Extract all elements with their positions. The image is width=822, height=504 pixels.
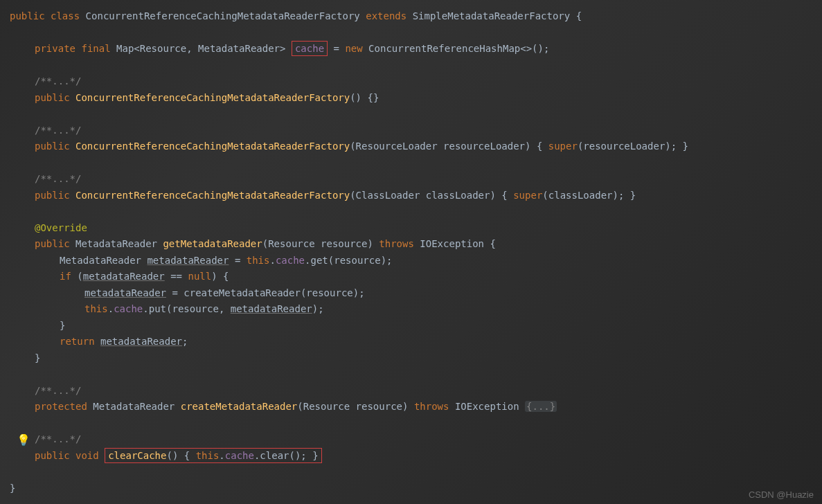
code-line xyxy=(10,106,822,123)
assign-call: = createMetadataReader(resource); xyxy=(166,287,365,298)
code-line: public ConcurrentReferenceCachingMetadat… xyxy=(10,188,822,204)
field-cache: cache xyxy=(225,450,254,461)
keyword-new: new xyxy=(345,43,362,54)
keyword-null: null xyxy=(188,271,211,282)
code-line: } xyxy=(10,318,822,334)
folded-comment[interactable]: /**...*/ xyxy=(35,75,81,87)
brace-close: } xyxy=(60,320,65,331)
code-line: /**...*/ xyxy=(10,73,822,90)
code-line: public ConcurrentReferenceCachingMetadat… xyxy=(10,90,822,107)
keyword-return: return xyxy=(60,336,95,347)
keyword-super: super xyxy=(513,190,542,201)
code-line: metadataReader = createMetadataReader(re… xyxy=(10,285,822,302)
code-line xyxy=(10,415,822,432)
method-call-end: .clear(); } xyxy=(254,450,319,461)
return-type: MetadataReader xyxy=(87,401,181,412)
folded-body[interactable]: {...} xyxy=(525,401,557,412)
var-type: MetadataReader xyxy=(60,255,147,266)
code-line xyxy=(10,366,822,383)
keyword-public: public xyxy=(35,141,70,152)
exception: IOException { xyxy=(414,238,496,249)
code-line: @Override xyxy=(10,220,822,237)
code-line: } xyxy=(10,350,822,367)
semicolon: ; xyxy=(182,336,188,347)
constructor: ConcurrentReferenceCachingMetadataReader… xyxy=(75,92,350,103)
code-line: if (metadataReader == null) { xyxy=(10,269,822,285)
annotation-override: @Override xyxy=(35,222,87,233)
paren-brace: () { xyxy=(166,450,195,461)
code-editor[interactable]: public class ConcurrentReferenceCachingM… xyxy=(0,0,822,496)
folded-comment[interactable]: /**...*/ xyxy=(35,433,81,444)
keyword-void: void xyxy=(75,450,99,461)
constructor: ConcurrentReferenceCachingMetadataReader… xyxy=(75,190,350,201)
local-var: metadataReader xyxy=(83,271,165,282)
ctor-end: (classLoader); } xyxy=(542,190,636,201)
keyword-class: class xyxy=(51,10,80,21)
method-params: (Resource resource) xyxy=(297,401,414,412)
folded-comment[interactable]: /**...*/ xyxy=(35,125,81,136)
ctor-params: (ClassLoader classLoader) { xyxy=(350,190,513,201)
keyword-private: private xyxy=(35,43,75,54)
code-line: return metadataReader; xyxy=(10,334,822,350)
constructor: ConcurrentReferenceCachingMetadataReader… xyxy=(75,141,350,152)
field-cache: cache xyxy=(276,255,305,266)
end: ); xyxy=(312,303,324,314)
code-line xyxy=(10,57,822,74)
ctor-call: ConcurrentReferenceHashMap<>(); xyxy=(363,43,550,54)
keyword-public: public xyxy=(35,238,70,249)
keyword-this: this xyxy=(247,255,270,266)
code-line: public void clearCache() { this.cache.cl… xyxy=(10,448,822,465)
dot: . xyxy=(219,450,224,461)
code-line xyxy=(10,204,822,220)
keyword-extends: extends xyxy=(366,10,406,21)
intention-bulb-icon[interactable]: 💡 xyxy=(17,432,30,449)
dot: . xyxy=(269,255,275,266)
keyword-throws: throws xyxy=(414,401,449,412)
code-line: this.cache.put(resource, metadataReader)… xyxy=(10,301,822,318)
ctor-end: (resourceLoader); } xyxy=(578,141,688,152)
highlighted-method-clearCache: clearCache() { this.cache.clear(); } xyxy=(105,448,321,463)
code-line: public ConcurrentReferenceCachingMetadat… xyxy=(10,138,822,155)
code-line: public class ConcurrentReferenceCachingM… xyxy=(10,8,822,25)
code-line xyxy=(10,464,822,480)
superclass: SimpleMetadataReaderFactory { xyxy=(413,10,582,21)
op-eq: == xyxy=(165,271,188,282)
method-name: createMetadataReader xyxy=(181,401,298,412)
folded-comment[interactable]: /**...*/ xyxy=(35,385,81,396)
code-line: /**...*/ xyxy=(10,431,822,448)
code-line xyxy=(10,155,822,172)
brace-close: } xyxy=(35,352,40,363)
code-line xyxy=(10,25,822,42)
op-assign: = xyxy=(328,43,345,54)
return-type: MetadataReader xyxy=(70,238,163,249)
ctor-body: () {} xyxy=(350,92,379,103)
code-line: private final Map<Resource, MetadataRead… xyxy=(10,41,822,57)
method-params: (Resource resource) xyxy=(262,238,379,249)
folded-comment[interactable]: /**...*/ xyxy=(35,173,81,184)
method-call: .get(resource); xyxy=(305,255,392,266)
code-line: } xyxy=(10,480,822,497)
keyword-public: public xyxy=(35,190,70,201)
code-line: /**...*/ xyxy=(10,171,822,188)
keyword-throws: throws xyxy=(379,238,414,249)
watermark-text: CSDN @Huazie xyxy=(749,489,814,500)
space xyxy=(95,336,100,347)
field-cache: cache xyxy=(114,303,143,314)
paren: ( xyxy=(71,271,83,282)
local-var: metadataReader xyxy=(100,336,182,347)
keyword-this: this xyxy=(84,303,108,314)
ctor-params: (ResourceLoader resourceLoader) { xyxy=(350,141,548,152)
type-map: Map<Resource, MetadataReader> xyxy=(116,43,285,54)
brace-close: } xyxy=(10,483,15,494)
method-name: clearCache xyxy=(108,450,166,461)
keyword-if: if xyxy=(60,271,71,282)
op-assign: = xyxy=(229,255,246,266)
local-var: metadataReader xyxy=(84,287,166,298)
keyword-public: public xyxy=(10,10,45,21)
keyword-this: this xyxy=(196,450,220,461)
code-line: /**...*/ xyxy=(10,383,822,399)
highlighted-field-cache: cache xyxy=(292,41,328,56)
keyword-protected: protected xyxy=(35,401,87,412)
code-line: public MetadataReader getMetadataReader(… xyxy=(10,236,822,253)
keyword-super: super xyxy=(548,141,578,152)
